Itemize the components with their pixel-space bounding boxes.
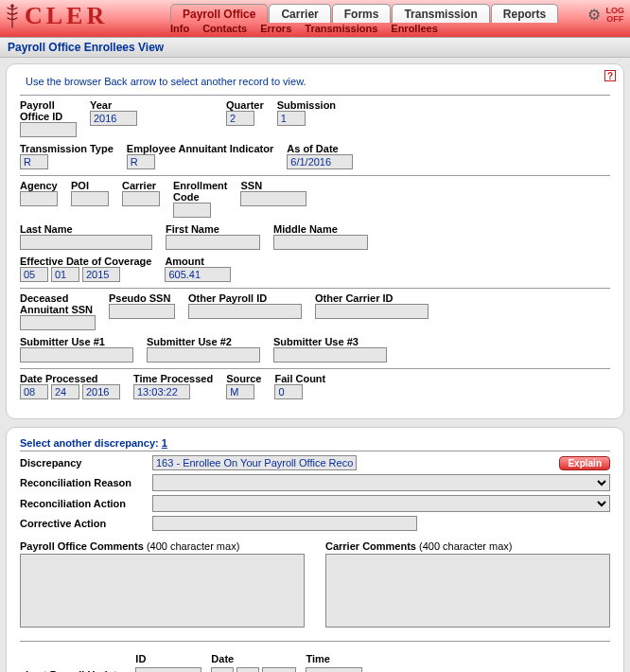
value-eff-yyyy: 2015 (82, 267, 120, 282)
field-eai: Employee Annuitant Indicator R (127, 143, 273, 169)
value-as-of-date: 6/1/2016 (287, 154, 353, 169)
value-sub1 (20, 347, 133, 363)
field-agency: Agency (20, 180, 58, 218)
payroll-comments-col: Payroll Office Comments (400 character m… (20, 540, 305, 629)
svg-point-0 (10, 4, 14, 8)
sub-nav: Info Contacts Errors Transmissions Enrol… (170, 23, 438, 34)
subnav-contacts[interactable]: Contacts (202, 23, 247, 34)
value-fail-count: 0 (274, 384, 303, 399)
discrepancy-value (152, 455, 357, 470)
field-other-carrier-id: Other Carrier ID (315, 292, 429, 330)
carrier-comments-title: Carrier Comments (325, 540, 416, 552)
value-time-processed: 13:03:22 (133, 384, 190, 399)
record-panel: ? Use the browser Back arrow to select a… (6, 63, 624, 419)
subnav-info[interactable]: Info (170, 23, 189, 34)
subnav-enrollees[interactable]: Enrollees (391, 23, 438, 34)
tab-reports[interactable]: Reports (491, 4, 558, 23)
value-dp-mm: 08 (20, 384, 48, 399)
comments-row: Payroll Office Comments (400 character m… (20, 540, 610, 629)
value-quarter: 2 (226, 111, 254, 126)
carrier-comments-limit: (400 character max) (416, 540, 512, 552)
value-eai: R (127, 154, 155, 169)
carrier-comments-textarea[interactable] (325, 554, 610, 628)
corrective-action-input[interactable] (152, 516, 417, 531)
app-logo: CLER (0, 0, 115, 30)
row-discrepancy: Discrepancy Explain (20, 455, 610, 470)
carrier-comments-col: Carrier Comments (400 character max) (325, 540, 610, 629)
help-icon[interactable]: ? (604, 70, 616, 81)
tab-carrier[interactable]: Carrier (269, 4, 330, 23)
field-fail-count: Fail Count 0 (274, 373, 325, 399)
field-sub1: Submitter Use #1 (20, 336, 133, 363)
col-id: ID (131, 653, 205, 664)
field-date-processed: Date Processed 08 24 2016 (20, 373, 120, 399)
value-transmission-type: R (20, 154, 48, 169)
payroll-comments-limit: (400 character max) (144, 540, 239, 552)
caduceus-icon (4, 4, 21, 28)
update-table: ID Date Time Last Payroll Update: Last C… (20, 651, 368, 672)
value-amount: 605.41 (165, 267, 231, 282)
header-bar: CLER Payroll Office Carrier Forms Transm… (0, 0, 630, 38)
discrepancy-link-1[interactable]: 1 (162, 437, 167, 449)
row-last-payroll-update: Last Payroll Update: (22, 666, 366, 672)
separator (20, 451, 610, 451)
main-tabs: Payroll Office Carrier Forms Transmissio… (170, 4, 558, 23)
subnav-errors[interactable]: Errors (260, 23, 291, 34)
tab-transmission[interactable]: Transmission (392, 4, 489, 23)
value-carrier (122, 191, 160, 206)
value-source: M (226, 384, 254, 399)
row-action: Reconciliation Action (20, 495, 610, 512)
value-sub3 (273, 347, 387, 363)
field-enrollment-code: EnrollmentCode (173, 180, 227, 218)
page-title: Payroll Office Enrollees View (0, 38, 630, 58)
payroll-comments-title: Payroll Office Comments (20, 540, 144, 552)
field-ssn: SSN (240, 180, 306, 218)
field-source: Source M (226, 373, 261, 399)
value-last-name (20, 235, 152, 250)
separator (20, 95, 610, 96)
subnav-transmissions[interactable]: Transmissions (305, 23, 377, 34)
payroll-update-date-dd (236, 667, 259, 672)
field-effective-date: Effective Date of Coverage 05 01 2015 (20, 256, 151, 282)
discrepancy-panel: Select another discrepancy: 1 Discrepanc… (6, 427, 624, 672)
logoff-button[interactable]: LOG OFF (606, 7, 625, 24)
field-middle-name: Middle Name (273, 223, 368, 250)
col-time: Time (302, 653, 366, 664)
tab-forms[interactable]: Forms (332, 4, 392, 23)
field-submission: Submission 1 (277, 99, 336, 137)
separator (20, 368, 610, 369)
field-other-payroll-id: Other Payroll ID (188, 292, 302, 330)
value-enrollment-code (173, 203, 211, 218)
value-other-payroll-id (188, 304, 302, 319)
field-pseudo-ssn: Pseudo SSN (109, 292, 175, 330)
separator (20, 175, 610, 176)
value-payroll-office-id (20, 122, 77, 137)
logo-text: CLER (25, 2, 108, 30)
reconciliation-reason-select[interactable] (152, 474, 610, 491)
payroll-comments-textarea[interactable] (20, 554, 305, 628)
col-date: Date (207, 653, 300, 664)
field-sub3: Submitter Use #3 (273, 336, 387, 363)
content-area: ? Use the browser Back arrow to select a… (0, 58, 630, 672)
field-amount: Amount 605.41 (165, 256, 231, 282)
tab-payroll-office[interactable]: Payroll Office (170, 4, 268, 23)
select-discrepancy-row: Select another discrepancy: 1 (20, 437, 610, 449)
value-sub2 (147, 347, 260, 363)
value-other-carrier-id (315, 304, 429, 319)
field-year: Year 2016 (90, 99, 137, 137)
explain-button[interactable]: Explain (559, 456, 610, 470)
field-deceased-ssn: DeceasedAnnuitant SSN (20, 292, 96, 330)
select-discrepancy-label: Select another discrepancy: (20, 437, 159, 449)
hint-text: Use the browser Back arrow to select ano… (20, 74, 610, 93)
separator (20, 641, 610, 642)
field-quarter: Quarter 2 (226, 99, 264, 137)
value-eff-dd: 01 (51, 267, 79, 282)
reconciliation-action-select[interactable] (152, 495, 610, 512)
payroll-update-id (135, 667, 201, 672)
gear-icon[interactable]: ⚙ (587, 6, 601, 24)
header-right: ⚙ LOG OFF (587, 6, 625, 24)
value-year: 2016 (90, 111, 137, 126)
logoff-line2: OFF (606, 15, 625, 24)
field-payroll-office-id: PayrollOffice ID (20, 99, 77, 137)
row-corrective: Corrective Action (20, 516, 610, 531)
